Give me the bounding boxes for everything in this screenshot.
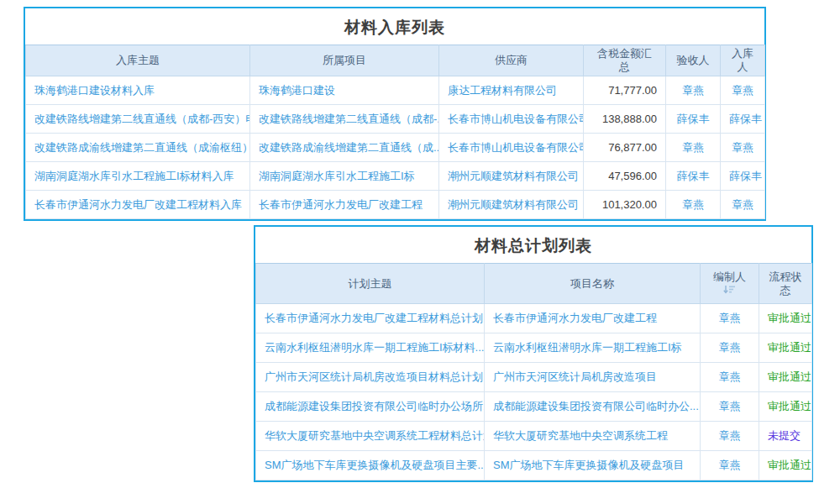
table-row: 广州市天河区统计局机房改造项目材料总计划广州市天河区统计局机房改造项目章燕审批通… [256,363,812,392]
plan-subject-link[interactable]: 长春市伊通河水力发电厂改建工程材料总计划 [256,304,485,333]
tax-amount-value: 47,596.00 [584,162,666,191]
inbound-subject-link[interactable]: 长春市伊通河水力发电厂改建工程材料入库 [26,191,250,219]
project-name-link[interactable]: 云南水利枢纽潜明水库一期工程施工I标 [485,333,701,363]
project-name-link[interactable]: 长春市伊通河水力发电厂改建工程 [485,304,701,333]
col-flow-status: 流程状态 [759,264,812,304]
plan-table-header: 计划主题项目名称编制人流程状态 [256,264,812,304]
supplier-link[interactable]: 潮州元顺建筑材料有限公司 [439,162,584,191]
acceptor-name[interactable]: 章燕 [666,191,721,219]
flow-status-label: 审批通过 [759,333,812,363]
table-row: 长春市伊通河水力发电厂改建工程材料入库长春市伊通河水力发电厂改建工程潮州元顺建筑… [26,191,765,219]
acceptor-name[interactable]: 章燕 [666,76,721,105]
column-header-label: 编制人 [707,270,752,297]
project-name-link[interactable]: 华软大厦研究基地中央空调系统工程 [485,422,701,451]
flow-status-label: 审批通过 [759,363,812,392]
table-row: 华软大厦研究基地中央空调系统工程材料总计划华软大厦研究基地中央空调系统工程章燕未… [256,422,812,451]
supplier-link[interactable]: 长春市博山机电设备有限公司 [439,134,584,162]
col-project: 所属项目 [250,45,439,76]
table-row: 云南水利枢纽潜明水库一期工程施工I标材料...云南水利枢纽潜明水库一期工程施工I… [256,333,812,363]
author-name[interactable]: 章燕 [701,451,759,480]
inbound-subject-link[interactable]: 改建铁路成渝线增建第二直通线（成渝枢纽）... [26,134,250,162]
col-author[interactable]: 编制人 [701,264,759,304]
project-link[interactable]: 湖南洞庭湖水库引水工程施工I标 [250,162,439,191]
col-stocker: 入库人 [721,45,765,76]
supplier-link[interactable]: 潮州元顺建筑材料有限公司 [439,191,584,219]
project-link[interactable]: 长春市伊通河水力发电厂改建工程 [250,191,439,219]
author-name[interactable]: 章燕 [701,304,759,333]
author-name[interactable]: 章燕 [701,363,759,392]
col-plan-subject: 计划主题 [256,264,485,304]
acceptor-name[interactable]: 章燕 [666,134,721,162]
plan-subject-link[interactable]: 成都能源建设集团投资有限公司临时办公场所... [256,392,485,422]
tax-amount-value: 71,777.00 [584,76,666,105]
project-name-link[interactable]: 广州市天河区统计局机房改造项目 [485,363,701,392]
material-inbound-list-panel: 材料入库列表 入库主题所属项目供应商含税金额汇总验收人入库人 珠海鹤港口建设材料… [24,7,766,221]
material-plan-list-panel: 材料总计划列表 计划主题项目名称编制人流程状态 长春市伊通河水力发电厂改建工程材… [254,225,813,482]
panel-title-inbound: 材料入库列表 [25,8,764,45]
col-project-name: 项目名称 [485,264,701,304]
tax-amount-value: 76,877.00 [584,134,666,162]
flow-status-label: 审批通过 [759,451,812,480]
project-link[interactable]: 改建铁路成渝线增建第二直通线（成... [250,134,439,162]
col-inbound-subject: 入库主题 [26,45,250,76]
material-inbound-table: 入库主题所属项目供应商含税金额汇总验收人入库人 珠海鹤港口建设材料入库珠海鹤港口… [25,45,765,219]
table-row: 湖南洞庭湖水库引水工程施工I标材料入库湖南洞庭湖水库引水工程施工I标潮州元顺建筑… [26,162,765,191]
table-row: 改建铁路线增建第二线直通线（成都-西安）电...改建铁路线增建第二线直通线（成都… [26,105,765,134]
plan-subject-link[interactable]: 广州市天河区统计局机房改造项目材料总计划 [256,363,485,392]
supplier-link[interactable]: 长春市博山机电设备有限公司 [439,105,584,134]
tax-amount-value: 138,888.00 [584,105,666,134]
acceptor-name[interactable]: 薛保丰 [666,105,721,134]
flow-status-label: 审批通过 [759,392,812,422]
author-name[interactable]: 章燕 [701,333,759,363]
table-row: 改建铁路成渝线增建第二直通线（成渝枢纽）...改建铁路成渝线增建第二直通线（成.… [26,134,765,162]
acceptor-name[interactable]: 薛保丰 [666,162,721,191]
table-row: SM广场地下车库更换摄像机及硬盘项目主要...SM广场地下车库更换摄像机及硬盘项… [256,451,812,480]
inbound-subject-link[interactable]: 珠海鹤港口建设材料入库 [26,76,250,105]
inbound-table-header: 入库主题所属项目供应商含税金额汇总验收人入库人 [26,45,765,76]
page: 材料入库列表 入库主题所属项目供应商含税金额汇总验收人入库人 珠海鹤港口建设材料… [0,0,840,504]
sort-descending-icon[interactable] [723,284,736,297]
table-row: 成都能源建设集团投资有限公司临时办公场所...成都能源建设集团投资有限公司临时办… [256,392,812,422]
project-name-link[interactable]: SM广场地下车库更换摄像机及硬盘项目 [485,451,701,480]
table-row: 长春市伊通河水力发电厂改建工程材料总计划长春市伊通河水力发电厂改建工程章燕审批通… [256,304,812,333]
stocker-name[interactable]: 薛保丰 [721,105,765,134]
flow-status-label: 未提交 [759,422,812,451]
col-acceptor: 验收人 [666,45,721,76]
author-name[interactable]: 章燕 [701,392,759,422]
flow-status-label: 审批通过 [759,304,812,333]
panel-title-plan: 材料总计划列表 [255,227,811,263]
stocker-name[interactable]: 章燕 [721,76,765,105]
col-tax-amount-total: 含税金额汇总 [584,45,666,76]
table-row: 珠海鹤港口建设材料入库珠海鹤港口建设康达工程材料有限公司71,777.00章燕章… [26,76,765,105]
plan-subject-link[interactable]: SM广场地下车库更换摄像机及硬盘项目主要... [256,451,485,480]
plan-subject-link[interactable]: 华软大厦研究基地中央空调系统工程材料总计划 [256,422,485,451]
supplier-link[interactable]: 康达工程材料有限公司 [439,76,584,105]
stocker-name[interactable]: 章燕 [721,191,765,219]
inbound-subject-link[interactable]: 湖南洞庭湖水库引水工程施工I标材料入库 [26,162,250,191]
stocker-name[interactable]: 章燕 [721,134,765,162]
inbound-table-body: 珠海鹤港口建设材料入库珠海鹤港口建设康达工程材料有限公司71,777.00章燕章… [26,76,765,219]
project-name-link[interactable]: 成都能源建设集团投资有限公司临时办公... [485,392,701,422]
material-plan-table: 计划主题项目名称编制人流程状态 长春市伊通河水力发电厂改建工程材料总计划长春市伊… [255,263,812,480]
inbound-subject-link[interactable]: 改建铁路线增建第二线直通线（成都-西安）电... [26,105,250,134]
author-name[interactable]: 章燕 [701,422,759,451]
stocker-name[interactable]: 薛保丰 [721,162,765,191]
tax-amount-value: 101,320.00 [584,191,666,219]
col-supplier: 供应商 [439,45,584,76]
project-link[interactable]: 改建铁路线增建第二线直通线（成都-... [250,105,439,134]
plan-subject-link[interactable]: 云南水利枢纽潜明水库一期工程施工I标材料... [256,333,485,363]
project-link[interactable]: 珠海鹤港口建设 [250,76,439,105]
plan-table-body: 长春市伊通河水力发电厂改建工程材料总计划长春市伊通河水力发电厂改建工程章燕审批通… [256,304,812,480]
